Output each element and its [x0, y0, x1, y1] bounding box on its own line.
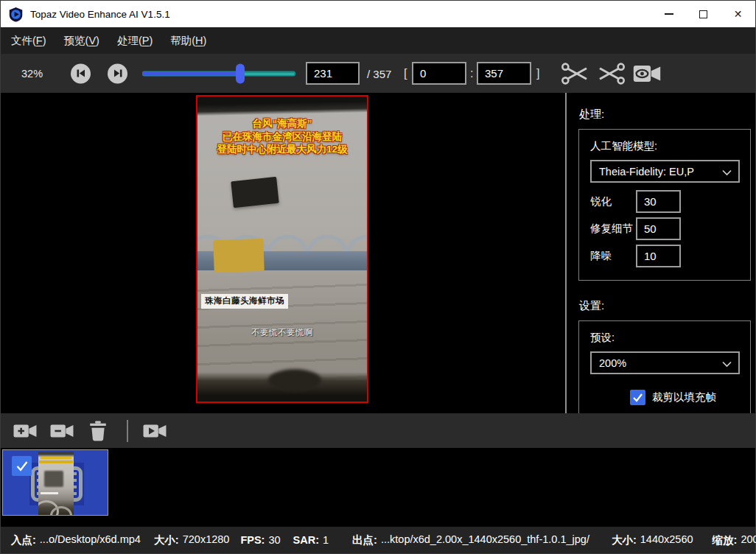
process-video-button[interactable] [143, 421, 167, 441]
menu-file[interactable]: 文件(F) [2, 34, 55, 48]
settings-panel: 处理: 人工智能模型: Theia-Fidelity: EU,P 锐化 修复细节 [567, 93, 755, 413]
process-section-title: 处理: [579, 108, 751, 122]
ai-model-value: Theia-Fidelity: EU,P [599, 166, 694, 178]
range-end-input[interactable] [477, 62, 531, 85]
close-icon: ✕ [734, 8, 743, 20]
main-area: 台风“海高斯” 已在珠海市金湾区沿海登陆 登陆时中心附近最大风力12级 珠海白藤… [1, 93, 755, 413]
settings-section-title: 设置: [579, 299, 751, 313]
current-frame-input[interactable] [306, 62, 360, 85]
maximize-icon [699, 10, 707, 18]
restore-detail-label: 修复细节 [590, 222, 636, 236]
denoise-label: 降噪 [590, 249, 636, 263]
slider-handle[interactable] [236, 63, 245, 83]
menu-process[interactable]: 处理(P) [108, 34, 161, 48]
window-controls: ✕ [651, 1, 755, 27]
preset-label: 预设: [590, 331, 740, 345]
clip-toolbar [1, 413, 755, 448]
video-preview-area: 台风“海高斯” 已在珠海市金湾区沿海登陆 登陆时中心附近最大风力12级 珠海白藤… [1, 93, 565, 413]
rearview-mirror [231, 177, 279, 208]
denoise-row: 降噪 [590, 245, 740, 267]
crop-to-fill-label: 裁剪以填充帧 [652, 390, 716, 404]
preset-value: 200% [599, 357, 626, 369]
remove-video-button[interactable] [50, 421, 74, 441]
location-tag: 珠海白藤头海鲜市场 [201, 294, 288, 309]
thumb-headline-smudge [39, 460, 73, 463]
app-logo-icon [8, 7, 24, 22]
preview-button[interactable] [633, 62, 661, 85]
ai-model-dropdown[interactable]: Theia-Fidelity: EU,P [590, 160, 740, 183]
check-icon [15, 460, 29, 471]
sharpen-row: 锐化 [590, 190, 740, 213]
status-in-point: 入点: ...o/Desktop/x6d.mp4 [11, 533, 141, 547]
crop-to-fill-row: 裁剪以填充帧 [630, 390, 740, 405]
window-title: Topaz Video Enhance AI V1.5.1 [30, 9, 170, 20]
sharpen-label: 锐化 [590, 194, 636, 208]
thumb-dark-smudge [44, 471, 63, 487]
menubar: 文件(F) 预览(V) 处理(P) 帮助(H) [1, 27, 755, 54]
minimize-button[interactable] [651, 1, 686, 27]
chevron-down-icon [722, 169, 732, 176]
chevron-down-icon [722, 361, 732, 368]
video-subtitle: 不要慌不要慌啊 [197, 327, 367, 338]
ai-model-label: 人工智能模型: [590, 139, 740, 153]
scissors-right-icon [598, 62, 626, 85]
skip-end-icon [113, 69, 123, 79]
statusbar: 入点: ...o/Desktop/x6d.mp4 大小: 720x1280 FP… [1, 526, 755, 553]
status-sar: SAR: 1 [293, 534, 329, 546]
menu-preview[interactable]: 预览(V) [55, 34, 108, 48]
status-out-point: 出点: ...ktop/x6d_2.00x_1440x2560_thf-1.0.… [352, 533, 589, 547]
titlebar: Topaz Video Enhance AI V1.5.1 ✕ [1, 1, 755, 27]
menu-help[interactable]: 帮助(H) [161, 34, 215, 48]
clip-select-checkbox[interactable] [12, 456, 32, 476]
minimize-icon [665, 13, 673, 15]
range-colon: : [470, 67, 473, 80]
remove-video-icon [50, 421, 74, 441]
thumb-headline-smudge [41, 457, 71, 459]
restore-detail-row: 修复细节 [590, 217, 740, 240]
trash-icon [89, 421, 107, 441]
scissors-left-icon [561, 62, 589, 85]
thumb-video-image [38, 452, 74, 515]
status-in-size: 大小: 720x1280 [154, 533, 230, 547]
clip-thumbnail-selected[interactable] [2, 449, 108, 516]
app-window: Topaz Video Enhance AI V1.5.1 ✕ 文件(F) 预览… [0, 0, 756, 554]
play-video-icon [143, 421, 167, 441]
thumb-label-smudge [41, 492, 58, 494]
yellow-sign [213, 239, 264, 273]
video-preview: 台风“海高斯” 已在珠海市金湾区沿海登陆 登陆时中心附近最大风力12级 珠海白藤… [196, 95, 368, 403]
video-top-dark-band [196, 95, 368, 116]
range-start-input[interactable] [412, 62, 466, 85]
preset-dropdown[interactable]: 200% [590, 351, 740, 374]
total-frames-label: / 357 [367, 67, 391, 80]
trim-out-button[interactable] [598, 62, 626, 85]
slider-progress [142, 71, 240, 75]
restore-detail-input[interactable] [636, 217, 681, 240]
status-out-size: 大小: 1440x2560 [612, 533, 693, 547]
video-dark-blob [268, 369, 321, 391]
toolbar-divider [127, 420, 128, 442]
preview-camera-icon [633, 62, 661, 85]
video-headline: 台风“海高斯” 已在珠海市金湾区沿海登陆 登陆时中心附近最大风力12级 [197, 117, 367, 156]
close-button[interactable]: ✕ [721, 1, 755, 27]
clip-list [1, 448, 755, 526]
trim-in-button[interactable] [561, 62, 589, 85]
delete-clip-button[interactable] [89, 421, 107, 441]
zoom-level: 32% [21, 68, 43, 80]
range-bracket-close: ] [536, 67, 539, 80]
skip-start-icon [76, 69, 86, 79]
status-fps: FPS: 30 [240, 534, 280, 546]
add-video-button[interactable] [13, 421, 37, 441]
check-icon [632, 393, 643, 402]
range-bracket-open: [ [404, 67, 407, 80]
sharpen-input[interactable] [636, 190, 681, 213]
skip-to-end-button[interactable] [108, 63, 127, 83]
crop-to-fill-checkbox[interactable] [630, 390, 645, 405]
maximize-button[interactable] [686, 1, 721, 27]
playback-toolbar: 32% / 357 [ : ] [1, 54, 755, 93]
add-video-icon [13, 421, 37, 441]
timeline-slider[interactable] [142, 63, 295, 83]
denoise-input[interactable] [636, 245, 681, 267]
ai-model-group: 人工智能模型: Theia-Fidelity: EU,P 锐化 修复细节 降噪 [578, 129, 751, 281]
preset-group: 预设: 200% 裁剪以填充帧 [578, 320, 751, 413]
skip-to-start-button[interactable] [71, 63, 91, 83]
